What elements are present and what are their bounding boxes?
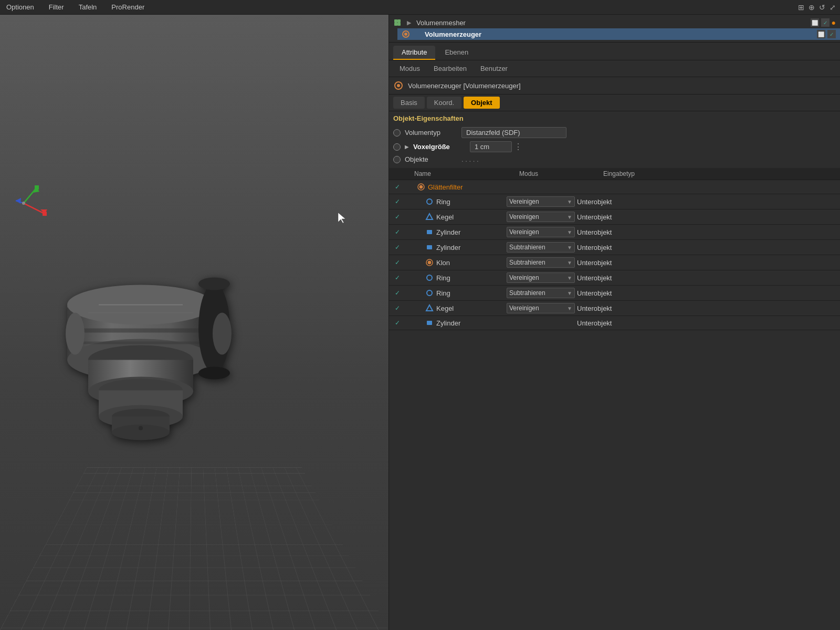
volumenmesher-vis-btn[interactable]: ⬜ — [811, 18, 819, 27]
sub-tabs: Modus Bearbeiten Benutzer — [389, 60, 840, 77]
row-icon — [416, 182, 426, 192]
modus-dropdown[interactable]: Vereinigen ▼ — [507, 303, 575, 313]
table-row[interactable]: ✓ Zylinder Unterobjekt — [389, 316, 840, 330]
col-eingabe-header: Eingabetyp — [603, 170, 836, 177]
modus-dropdown[interactable]: Vereinigen ▼ — [507, 196, 575, 207]
table-row[interactable]: ✓ Ring Vereinigen ▼ Unterobjekt — [389, 194, 840, 209]
dropdown-arrow: ▼ — [567, 229, 572, 235]
hierarchy-item-volumenmesher[interactable]: ▶ Volumenmesher ⬜ ✓ ● — [389, 17, 840, 28]
volumenerzeuger-lock-btn[interactable]: ✓ — [827, 30, 836, 38]
menu-optionen[interactable]: Optionen — [4, 2, 36, 12]
svg-rect-5 — [67, 342, 214, 344]
table-row[interactable]: ✓ Glättenfilter — [389, 180, 840, 194]
row-icon — [425, 288, 434, 298]
row-eingabe: Unterobjekt — [577, 228, 836, 236]
menu-prorender[interactable]: ProRender — [109, 2, 146, 12]
svg-rect-34 — [397, 19, 401, 23]
volumenerzeuger-vis-btn[interactable]: ⬜ — [817, 30, 825, 38]
dropdown-arrow: ▼ — [567, 260, 572, 266]
radio-objekte[interactable] — [393, 156, 401, 163]
table-row[interactable]: ✓ Ring Vereinigen ▼ Unterobjekt — [389, 270, 840, 286]
row-check[interactable]: ✓ — [393, 183, 402, 191]
svg-rect-52 — [427, 321, 432, 325]
table-row[interactable]: ✓ Zylinder Vereinigen ▼ Unterobjekt — [389, 225, 840, 240]
row-modus-select[interactable]: Subtrahieren ▼ — [507, 242, 575, 253]
col-modus-header: Modus — [519, 170, 603, 177]
volumenmesher-lock-btn[interactable]: ✓ — [821, 18, 830, 27]
menubar-icons: ⊞ ⊕ ↺ ⤢ — [798, 3, 836, 12]
table-row[interactable]: ✓ Zylinder Subtrahieren ▼ Unterobjekt — [389, 240, 840, 255]
modus-dropdown[interactable]: Subtrahieren ▼ — [507, 288, 575, 298]
tab-attribute[interactable]: Attribute — [393, 46, 435, 60]
refresh-icon[interactable]: ↺ — [819, 3, 825, 12]
modus-value: Vereinigen — [509, 213, 539, 220]
row-name: Klon — [436, 259, 505, 267]
hierarchy-item-volumenerzeuger[interactable]: ▶ Volumenerzeuger ⬜ ✓ — [397, 28, 840, 40]
value-voxelgroesse[interactable]: 1 cm — [470, 141, 512, 152]
svg-point-22 — [139, 426, 143, 430]
row-check[interactable]: ✓ — [393, 197, 402, 206]
expand-icon-volumenmesher: ▶ — [405, 18, 413, 27]
row-check[interactable]: ✓ — [393, 304, 402, 312]
menu-filter[interactable]: Filter — [47, 2, 66, 12]
table-row[interactable]: ✓ Kegel Vereinigen ▼ Unterobjekt — [389, 209, 840, 225]
row-icon — [425, 303, 434, 313]
row-check[interactable]: ✓ — [393, 213, 402, 221]
dropdown-arrow: ▼ — [567, 290, 572, 296]
modus-dropdown[interactable]: Vereinigen ▼ — [507, 272, 575, 283]
row-modus-select[interactable]: Vereinigen ▼ — [507, 227, 575, 237]
row-check[interactable]: ✓ — [393, 274, 402, 282]
value-volumentyp[interactable]: Distanzfeld (SDF) — [461, 127, 566, 138]
menubar: Optionen Filter Tafeln ProRender ⊞ ⊕ ↺ ⤢ — [0, 0, 840, 15]
row-modus-select[interactable]: Vereinigen ▼ — [507, 196, 575, 207]
row-check[interactable]: ✓ — [393, 289, 402, 297]
scene-hierarchy: ▶ Volumenmesher ⬜ ✓ ● ▶ Volumenerzeuger … — [389, 15, 840, 43]
expand-arrow-voxel[interactable]: ▶ — [405, 144, 409, 150]
row-check[interactable]: ✓ — [393, 319, 402, 327]
volumenerzeuger-icon — [402, 30, 410, 38]
row-check[interactable]: ✓ — [393, 228, 402, 236]
proptab-objekt[interactable]: Objekt — [464, 97, 499, 109]
modus-dropdown[interactable]: Vereinigen ▼ — [507, 227, 575, 237]
svg-line-25 — [24, 187, 37, 203]
proptab-basis[interactable]: Basis — [393, 97, 425, 109]
main-area: ▶ Volumenmesher ⬜ ✓ ● ▶ Volumenerzeuger … — [0, 15, 840, 630]
row-check[interactable]: ✓ — [393, 243, 402, 251]
proptab-koord[interactable]: Koord. — [427, 97, 461, 109]
viewport-grid — [0, 468, 388, 630]
stepper-voxel[interactable]: ⋮ — [514, 142, 522, 152]
row-modus-select[interactable]: Subtrahieren ▼ — [507, 288, 575, 298]
svg-rect-4 — [67, 329, 214, 333]
row-name: Kegel — [436, 213, 505, 221]
objects-table: Name Modus Eingabetyp ✓ Glättenfilter ✓ … — [389, 168, 840, 630]
check-mark: ✓ — [395, 244, 400, 251]
row-modus-select[interactable]: Vereinigen ▼ — [507, 303, 575, 313]
tab-ebenen[interactable]: Ebenen — [436, 46, 477, 60]
volumenmesher-dot: ● — [832, 18, 836, 27]
radio-volumentyp[interactable] — [393, 129, 401, 136]
move-icon[interactable]: ⊕ — [808, 3, 815, 12]
table-row[interactable]: ✓ Ring Subtrahieren ▼ Unterobjekt — [389, 286, 840, 301]
viewport[interactable] — [0, 15, 388, 630]
svg-point-17 — [198, 367, 230, 380]
expand-icon[interactable]: ⤢ — [830, 3, 836, 12]
row-modus-select[interactable]: Vereinigen ▼ — [507, 212, 575, 222]
modus-dropdown[interactable]: Vereinigen ▼ — [507, 212, 575, 222]
subtab-modus[interactable]: Modus — [393, 62, 426, 75]
modus-dropdown[interactable]: Subtrahieren ▼ — [507, 242, 575, 253]
row-modus-select[interactable]: Subtrahieren ▼ — [507, 257, 575, 268]
modus-dropdown[interactable]: Subtrahieren ▼ — [507, 257, 575, 268]
row-check[interactable]: ✓ — [393, 258, 402, 267]
subtab-bearbeiten[interactable]: Bearbeiten — [427, 62, 473, 75]
table-row[interactable]: ✓ Klon Subtrahieren ▼ Unterobjekt — [389, 255, 840, 270]
modus-value: Vereinigen — [509, 304, 539, 312]
layout-icon[interactable]: ⊞ — [798, 3, 804, 12]
subtab-benutzer[interactable]: Benutzer — [474, 62, 514, 75]
svg-point-47 — [428, 261, 431, 264]
row-modus-select[interactable]: Vereinigen ▼ — [507, 272, 575, 283]
radio-voxelgroesse[interactable] — [393, 143, 401, 151]
menu-tafeln[interactable]: Tafeln — [77, 2, 99, 12]
table-row[interactable]: ✓ Kegel Vereinigen ▼ Unterobjekt — [389, 301, 840, 316]
svg-rect-33 — [394, 19, 397, 23]
row-icon — [425, 212, 434, 222]
